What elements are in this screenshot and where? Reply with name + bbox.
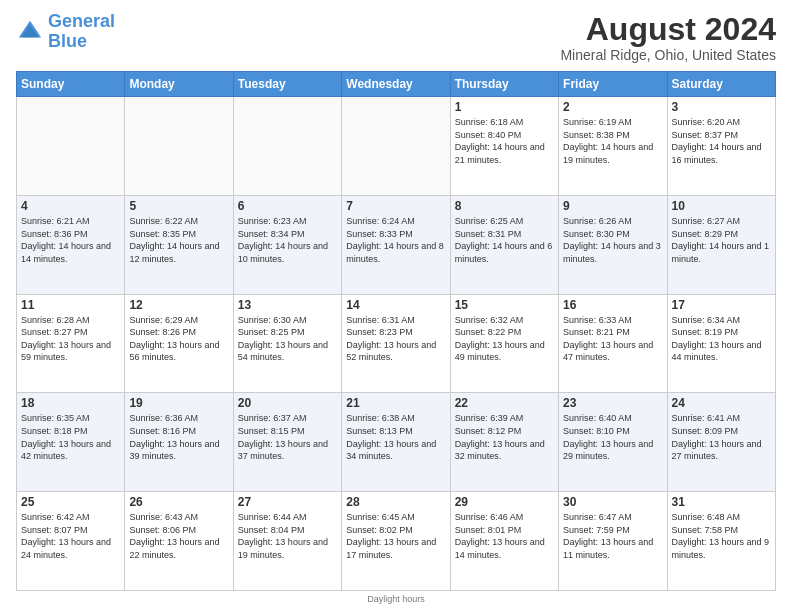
calendar-cell: 21Sunrise: 6:38 AMSunset: 8:13 PMDayligh…	[342, 393, 450, 492]
calendar-cell: 5Sunrise: 6:22 AMSunset: 8:35 PMDaylight…	[125, 195, 233, 294]
calendar-cell: 18Sunrise: 6:35 AMSunset: 8:18 PMDayligh…	[17, 393, 125, 492]
day-info: Sunrise: 6:35 AMSunset: 8:18 PMDaylight:…	[21, 412, 120, 462]
day-info: Sunrise: 6:38 AMSunset: 8:13 PMDaylight:…	[346, 412, 445, 462]
logo-line1: General	[48, 11, 115, 31]
day-number: 5	[129, 199, 228, 213]
day-number: 11	[21, 298, 120, 312]
calendar-cell: 9Sunrise: 6:26 AMSunset: 8:30 PMDaylight…	[559, 195, 667, 294]
calendar-cell: 29Sunrise: 6:46 AMSunset: 8:01 PMDayligh…	[450, 492, 558, 591]
day-info: Sunrise: 6:36 AMSunset: 8:16 PMDaylight:…	[129, 412, 228, 462]
calendar-cell: 11Sunrise: 6:28 AMSunset: 8:27 PMDayligh…	[17, 294, 125, 393]
day-info: Sunrise: 6:26 AMSunset: 8:30 PMDaylight:…	[563, 215, 662, 265]
calendar-cell: 23Sunrise: 6:40 AMSunset: 8:10 PMDayligh…	[559, 393, 667, 492]
calendar-cell: 20Sunrise: 6:37 AMSunset: 8:15 PMDayligh…	[233, 393, 341, 492]
day-number: 26	[129, 495, 228, 509]
header: General Blue August 2024 Mineral Ridge, …	[16, 12, 776, 63]
weekday-header-tuesday: Tuesday	[233, 72, 341, 97]
day-info: Sunrise: 6:27 AMSunset: 8:29 PMDaylight:…	[672, 215, 771, 265]
subtitle: Mineral Ridge, Ohio, United States	[560, 47, 776, 63]
day-number: 27	[238, 495, 337, 509]
day-info: Sunrise: 6:32 AMSunset: 8:22 PMDaylight:…	[455, 314, 554, 364]
calendar-cell: 7Sunrise: 6:24 AMSunset: 8:33 PMDaylight…	[342, 195, 450, 294]
calendar-table: SundayMondayTuesdayWednesdayThursdayFrid…	[16, 71, 776, 591]
calendar-cell: 13Sunrise: 6:30 AMSunset: 8:25 PMDayligh…	[233, 294, 341, 393]
day-number: 3	[672, 100, 771, 114]
calendar-cell: 3Sunrise: 6:20 AMSunset: 8:37 PMDaylight…	[667, 97, 775, 196]
day-number: 21	[346, 396, 445, 410]
day-number: 7	[346, 199, 445, 213]
day-number: 20	[238, 396, 337, 410]
calendar-cell: 10Sunrise: 6:27 AMSunset: 8:29 PMDayligh…	[667, 195, 775, 294]
day-info: Sunrise: 6:30 AMSunset: 8:25 PMDaylight:…	[238, 314, 337, 364]
day-info: Sunrise: 6:43 AMSunset: 8:06 PMDaylight:…	[129, 511, 228, 561]
daylight-hours-label: Daylight hours	[367, 594, 425, 604]
day-number: 18	[21, 396, 120, 410]
day-number: 10	[672, 199, 771, 213]
day-info: Sunrise: 6:47 AMSunset: 7:59 PMDaylight:…	[563, 511, 662, 561]
weekday-header-sunday: Sunday	[17, 72, 125, 97]
day-number: 13	[238, 298, 337, 312]
footer-note: Daylight hours	[16, 594, 776, 604]
calendar-cell: 27Sunrise: 6:44 AMSunset: 8:04 PMDayligh…	[233, 492, 341, 591]
calendar-cell: 26Sunrise: 6:43 AMSunset: 8:06 PMDayligh…	[125, 492, 233, 591]
calendar-cell: 12Sunrise: 6:29 AMSunset: 8:26 PMDayligh…	[125, 294, 233, 393]
page: General Blue August 2024 Mineral Ridge, …	[0, 0, 792, 612]
day-info: Sunrise: 6:22 AMSunset: 8:35 PMDaylight:…	[129, 215, 228, 265]
day-info: Sunrise: 6:29 AMSunset: 8:26 PMDaylight:…	[129, 314, 228, 364]
day-number: 29	[455, 495, 554, 509]
day-info: Sunrise: 6:37 AMSunset: 8:15 PMDaylight:…	[238, 412, 337, 462]
calendar-cell	[125, 97, 233, 196]
day-info: Sunrise: 6:42 AMSunset: 8:07 PMDaylight:…	[21, 511, 120, 561]
calendar-cell: 25Sunrise: 6:42 AMSunset: 8:07 PMDayligh…	[17, 492, 125, 591]
day-number: 14	[346, 298, 445, 312]
day-info: Sunrise: 6:34 AMSunset: 8:19 PMDaylight:…	[672, 314, 771, 364]
calendar-cell	[342, 97, 450, 196]
weekday-header-saturday: Saturday	[667, 72, 775, 97]
day-info: Sunrise: 6:31 AMSunset: 8:23 PMDaylight:…	[346, 314, 445, 364]
weekday-header-monday: Monday	[125, 72, 233, 97]
calendar-cell: 8Sunrise: 6:25 AMSunset: 8:31 PMDaylight…	[450, 195, 558, 294]
calendar-cell: 6Sunrise: 6:23 AMSunset: 8:34 PMDaylight…	[233, 195, 341, 294]
calendar-cell: 4Sunrise: 6:21 AMSunset: 8:36 PMDaylight…	[17, 195, 125, 294]
main-title: August 2024	[560, 12, 776, 47]
day-number: 9	[563, 199, 662, 213]
day-info: Sunrise: 6:41 AMSunset: 8:09 PMDaylight:…	[672, 412, 771, 462]
calendar-cell: 19Sunrise: 6:36 AMSunset: 8:16 PMDayligh…	[125, 393, 233, 492]
calendar-cell: 30Sunrise: 6:47 AMSunset: 7:59 PMDayligh…	[559, 492, 667, 591]
calendar-cell: 1Sunrise: 6:18 AMSunset: 8:40 PMDaylight…	[450, 97, 558, 196]
day-info: Sunrise: 6:46 AMSunset: 8:01 PMDaylight:…	[455, 511, 554, 561]
day-info: Sunrise: 6:20 AMSunset: 8:37 PMDaylight:…	[672, 116, 771, 166]
calendar-cell: 31Sunrise: 6:48 AMSunset: 7:58 PMDayligh…	[667, 492, 775, 591]
day-info: Sunrise: 6:45 AMSunset: 8:02 PMDaylight:…	[346, 511, 445, 561]
logo-line2: Blue	[48, 31, 87, 51]
day-number: 17	[672, 298, 771, 312]
calendar-cell: 14Sunrise: 6:31 AMSunset: 8:23 PMDayligh…	[342, 294, 450, 393]
day-number: 19	[129, 396, 228, 410]
calendar-cell: 2Sunrise: 6:19 AMSunset: 8:38 PMDaylight…	[559, 97, 667, 196]
day-info: Sunrise: 6:39 AMSunset: 8:12 PMDaylight:…	[455, 412, 554, 462]
day-info: Sunrise: 6:18 AMSunset: 8:40 PMDaylight:…	[455, 116, 554, 166]
calendar-cell: 22Sunrise: 6:39 AMSunset: 8:12 PMDayligh…	[450, 393, 558, 492]
calendar-cell: 24Sunrise: 6:41 AMSunset: 8:09 PMDayligh…	[667, 393, 775, 492]
weekday-header-thursday: Thursday	[450, 72, 558, 97]
day-info: Sunrise: 6:44 AMSunset: 8:04 PMDaylight:…	[238, 511, 337, 561]
day-number: 1	[455, 100, 554, 114]
day-info: Sunrise: 6:25 AMSunset: 8:31 PMDaylight:…	[455, 215, 554, 265]
logo-text: General Blue	[48, 12, 115, 52]
calendar-cell: 28Sunrise: 6:45 AMSunset: 8:02 PMDayligh…	[342, 492, 450, 591]
day-number: 2	[563, 100, 662, 114]
calendar-cell	[17, 97, 125, 196]
calendar-cell	[233, 97, 341, 196]
calendar-cell: 17Sunrise: 6:34 AMSunset: 8:19 PMDayligh…	[667, 294, 775, 393]
day-number: 8	[455, 199, 554, 213]
day-info: Sunrise: 6:19 AMSunset: 8:38 PMDaylight:…	[563, 116, 662, 166]
weekday-header-friday: Friday	[559, 72, 667, 97]
weekday-header-wednesday: Wednesday	[342, 72, 450, 97]
title-block: August 2024 Mineral Ridge, Ohio, United …	[560, 12, 776, 63]
day-info: Sunrise: 6:24 AMSunset: 8:33 PMDaylight:…	[346, 215, 445, 265]
day-number: 4	[21, 199, 120, 213]
day-number: 12	[129, 298, 228, 312]
day-info: Sunrise: 6:28 AMSunset: 8:27 PMDaylight:…	[21, 314, 120, 364]
day-number: 30	[563, 495, 662, 509]
day-info: Sunrise: 6:40 AMSunset: 8:10 PMDaylight:…	[563, 412, 662, 462]
